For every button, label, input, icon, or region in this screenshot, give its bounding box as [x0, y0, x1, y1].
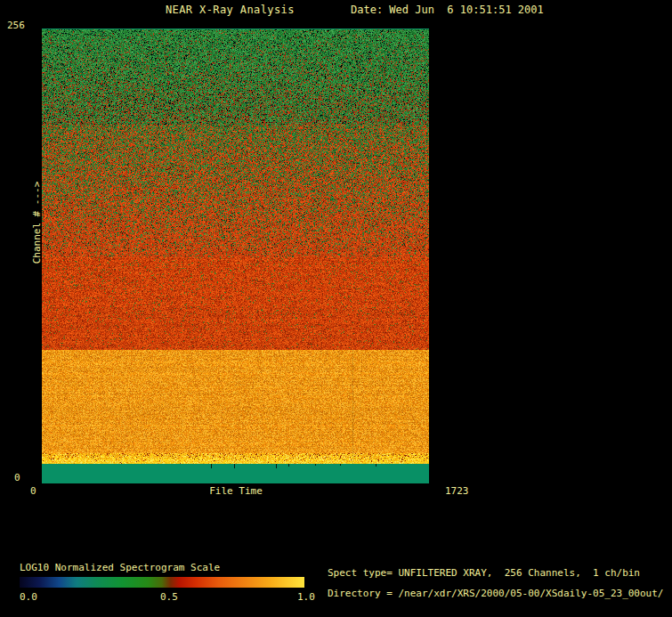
y-axis-title: Channel # ---> — [31, 182, 43, 264]
colorbar-tick-max: 1.0 — [297, 591, 315, 603]
y-axis-max-label: 256 — [7, 20, 25, 31]
y-axis-min-label: 0 — [14, 472, 20, 483]
page-title: NEAR X-Ray Analysis — [166, 4, 295, 16]
near-xray-analysis-screen: { "title": "NEAR X-Ray Analysis", "date_… — [0, 0, 672, 617]
colorbar-tick-min: 0.0 — [20, 591, 37, 603]
colorbar-tick-mid: 0.5 — [160, 591, 178, 603]
x-axis-min-label: 0 — [30, 485, 36, 497]
x-axis-title: File Time — [209, 485, 263, 497]
colorbar-gradient — [20, 577, 304, 588]
spect-type-label: Spect type= UNFILTERED XRAY, 256 Channel… — [328, 567, 640, 579]
colorbar-title: LOG10 Normalized Spectrogram Scale — [20, 562, 220, 573]
x-axis-max-label: 1723 — [445, 485, 469, 497]
spectrogram-plot — [42, 28, 429, 483]
date-label: Date: Wed Jun 6 10:51:51 2001 — [351, 4, 544, 16]
directory-label: Directory = /near/xdr/XRS/2000/05-00/XSd… — [328, 588, 664, 599]
